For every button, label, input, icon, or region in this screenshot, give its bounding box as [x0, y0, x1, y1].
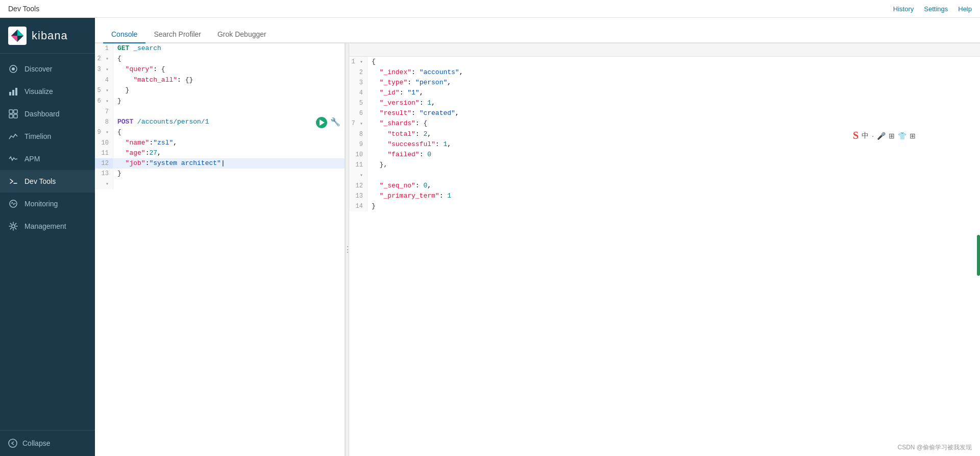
code-line-7: 7: [95, 107, 345, 117]
line-num-7: 7: [95, 107, 113, 117]
sidebar-item-dashboard[interactable]: Dashboard: [0, 103, 95, 125]
out-line-num-12: 12: [349, 181, 368, 191]
input-pane[interactable]: 1 GET _search 2 ▾ { 3 ▾ "query": { 4 "ma: [95, 43, 345, 456]
code-line-5: 5 ▾ }: [95, 85, 345, 96]
line-content-9: {: [113, 127, 345, 137]
sidebar-item-visualize[interactable]: Visualize: [0, 80, 95, 103]
dashboard-icon: [8, 109, 18, 119]
ime-grid-icon[interactable]: ⊞: [910, 132, 916, 140]
settings-link[interactable]: Settings: [924, 5, 948, 13]
main-layout: kibana Discover: [0, 18, 980, 456]
code-line-12: 12 "job":"system architect"|: [95, 158, 345, 169]
page-title: Dev Tools: [8, 5, 39, 13]
output-line-3: 3 "_type": "person",: [349, 78, 980, 88]
run-button[interactable]: [316, 117, 327, 128]
line-content-12: "job":"system architect"|: [113, 158, 345, 169]
line-content-1: GET _search: [113, 43, 345, 54]
timelion-icon: [8, 131, 18, 141]
svg-rect-8: [9, 110, 13, 113]
output-line-13: 13 "_primary_term": 1: [349, 191, 980, 201]
line-num-5: 5 ▾: [95, 85, 113, 96]
ime-table-icon[interactable]: ⊞: [889, 132, 895, 140]
svg-rect-5: [9, 92, 11, 95]
out-line-content-5: "_version": 1,: [368, 98, 980, 108]
code-line-13: 13 ▾ }: [95, 169, 345, 189]
editor-area: 1 GET _search 2 ▾ { 3 ▾ "query": { 4 "ma: [95, 43, 980, 456]
sidebar-item-timelion[interactable]: Timelion: [0, 125, 95, 148]
out-line-content-11: },: [368, 160, 980, 170]
out-line-num-11: 11 ▾: [349, 160, 368, 181]
code-line-4: 4 "match_all": {}: [95, 75, 345, 85]
output-line-12: 12 "_seq_no": 0,: [349, 181, 980, 191]
svg-point-4: [12, 67, 15, 70]
svg-rect-6: [12, 90, 14, 95]
discover-icon: [8, 64, 18, 74]
history-link[interactable]: History: [893, 5, 914, 13]
line-num-10: 10: [95, 138, 113, 148]
out-line-content-10: "failed": 0: [368, 150, 980, 160]
out-line-num-6: 6: [349, 108, 368, 118]
out-line-content-6: "result": "created",: [368, 108, 980, 118]
output-line-1: 1 ▾ {: [349, 57, 980, 67]
sidebar-item-label-management: Management: [24, 222, 66, 230]
line-num-13: 13 ▾: [95, 169, 113, 189]
code-line-1: 1 GET _search: [95, 43, 345, 54]
output-line-7: 7 ▾ "_shards": {: [349, 118, 980, 129]
kibana-logo-icon: [8, 27, 27, 45]
output-pane: 1 ▾ { 2 "_index": "accounts", 3 "_type":…: [349, 43, 980, 456]
code-line-11: 11 "age":27,: [95, 148, 345, 158]
output-line-2: 2 "_index": "accounts",: [349, 67, 980, 78]
sidebar-item-discover[interactable]: Discover: [0, 58, 95, 80]
out-line-num-5: 5: [349, 98, 368, 108]
out-line-content-14: }: [368, 201, 980, 211]
line-content-4: "match_all": {}: [113, 75, 345, 85]
sidebar-item-dev-tools[interactable]: Dev Tools: [0, 170, 95, 193]
sidebar-item-monitoring[interactable]: Monitoring: [0, 193, 95, 215]
code-line-2: 2 ▾ {: [95, 54, 345, 64]
out-line-content-7: "_shards": {: [368, 118, 980, 129]
out-line-num-9: 9: [349, 139, 368, 150]
tab-console[interactable]: Console: [103, 26, 145, 43]
top-bar: Dev Tools History Settings Help: [0, 0, 980, 18]
sidebar-nav: Discover Visualize: [0, 54, 95, 430]
line-num-2: 2 ▾: [95, 54, 113, 64]
out-line-num-13: 13: [349, 191, 368, 201]
ime-chinese-icon[interactable]: 中: [862, 131, 869, 140]
out-line-content-3: "_type": "person",: [368, 78, 980, 88]
ime-dot-icon[interactable]: ·: [872, 132, 874, 140]
ime-shirt-icon[interactable]: 👕: [898, 132, 906, 140]
dev-tools-icon: [8, 176, 18, 186]
svg-point-14: [12, 225, 15, 228]
sidebar-item-management[interactable]: Management: [0, 215, 95, 237]
out-line-content-12: "_seq_no": 0,: [368, 181, 980, 191]
collapse-icon: [8, 439, 17, 448]
sidebar-item-label-apm: APM: [24, 155, 40, 163]
sidebar-item-apm[interactable]: APM: [0, 148, 95, 170]
line-num-9: 9 ▾: [95, 127, 113, 138]
out-line-num-3: 3: [349, 78, 368, 88]
line-content-13: }: [113, 169, 345, 179]
tab-search-profiler[interactable]: Search Profiler: [145, 26, 209, 43]
output-line-6: 6 "result": "created",: [349, 108, 980, 118]
watermark: CSDN @偷偷学习被我发现: [897, 443, 972, 452]
line-num-6: 6 ▾: [95, 96, 113, 107]
line-content-3: "query": {: [113, 64, 345, 75]
svg-rect-7: [15, 88, 17, 95]
monitoring-icon: [8, 199, 18, 209]
settings-button[interactable]: 🔧: [330, 117, 340, 128]
line-content-10: "name":"zsl",: [113, 138, 345, 148]
out-line-content-1: {: [368, 57, 980, 67]
help-link[interactable]: Help: [958, 5, 972, 13]
management-icon: [8, 221, 18, 231]
out-line-num-4: 4: [349, 88, 368, 98]
out-line-num-1: 1 ▾: [349, 57, 368, 67]
ime-mic-icon[interactable]: 🎤: [877, 132, 886, 140]
right-scrollbar[interactable]: [977, 235, 980, 276]
svg-rect-11: [14, 114, 17, 118]
line-num-12: 12: [95, 158, 113, 169]
sidebar-collapse[interactable]: Collapse: [0, 430, 95, 456]
pane-divider[interactable]: ⋮: [345, 43, 349, 456]
code-line-9: 9 ▾ {: [95, 127, 345, 138]
tab-grok-debugger[interactable]: Grok Debugger: [209, 26, 275, 43]
code-line-8: 8 POST /accounts/person/1 🔧: [95, 117, 345, 127]
